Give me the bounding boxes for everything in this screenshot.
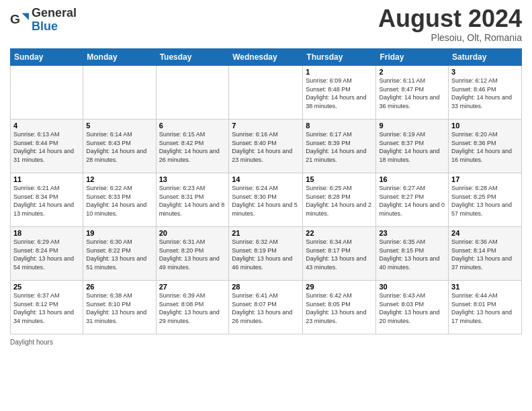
day-number: 19 <box>86 229 152 237</box>
day-info: Sunrise: 6:20 AM Sunset: 8:36 PM Dayligh… <box>451 130 519 164</box>
table-row: 16Sunrise: 6:27 AM Sunset: 8:27 PM Dayli… <box>376 173 449 227</box>
col-sunday: Sunday <box>11 49 83 66</box>
day-info: Sunrise: 6:41 AM Sunset: 8:07 PM Dayligh… <box>232 291 300 325</box>
title-block: August 2024 Plesoiu, Olt, Romania <box>378 7 522 43</box>
day-number: 9 <box>379 122 445 130</box>
table-row <box>156 66 229 120</box>
day-number: 22 <box>306 229 373 237</box>
day-info: Sunrise: 6:21 AM Sunset: 8:34 PM Dayligh… <box>13 184 80 218</box>
table-row: 26Sunrise: 6:38 AM Sunset: 8:10 PM Dayli… <box>83 281 156 334</box>
svg-text:G: G <box>10 12 20 26</box>
day-info: Sunrise: 6:16 AM Sunset: 8:40 PM Dayligh… <box>232 130 300 164</box>
day-number: 20 <box>159 229 226 237</box>
logo-text: General Blue <box>32 7 77 34</box>
page: G General Blue August 2024 Plesoiu, Olt,… <box>0 0 532 411</box>
day-number: 1 <box>306 68 373 76</box>
day-info: Sunrise: 6:15 AM Sunset: 8:42 PM Dayligh… <box>159 130 226 164</box>
day-info: Sunrise: 6:13 AM Sunset: 8:44 PM Dayligh… <box>13 130 80 164</box>
calendar-week-row: 18Sunrise: 6:29 AM Sunset: 8:24 PM Dayli… <box>11 227 522 281</box>
table-row <box>11 66 83 120</box>
logo-general: General <box>32 6 77 19</box>
day-number: 4 <box>13 122 80 130</box>
table-row: 1Sunrise: 6:09 AM Sunset: 8:48 PM Daylig… <box>303 66 376 120</box>
day-info: Sunrise: 6:23 AM Sunset: 8:31 PM Dayligh… <box>159 184 226 218</box>
day-info: Sunrise: 6:27 AM Sunset: 8:27 PM Dayligh… <box>379 184 445 218</box>
col-wednesday: Wednesday <box>229 49 303 66</box>
table-row: 27Sunrise: 6:39 AM Sunset: 8:08 PM Dayli… <box>156 281 229 334</box>
day-info: Sunrise: 6:17 AM Sunset: 8:39 PM Dayligh… <box>306 130 373 164</box>
table-row: 22Sunrise: 6:34 AM Sunset: 8:17 PM Dayli… <box>303 227 376 281</box>
table-row <box>229 66 303 120</box>
day-number: 23 <box>379 229 445 237</box>
day-info: Sunrise: 6:22 AM Sunset: 8:33 PM Dayligh… <box>86 184 152 218</box>
col-saturday: Saturday <box>449 49 522 66</box>
day-number: 26 <box>86 283 152 291</box>
day-info: Sunrise: 6:14 AM Sunset: 8:43 PM Dayligh… <box>86 130 152 164</box>
day-info: Sunrise: 6:12 AM Sunset: 8:46 PM Dayligh… <box>451 77 519 110</box>
header: G General Blue August 2024 Plesoiu, Olt,… <box>10 7 522 43</box>
day-number: 31 <box>451 283 519 291</box>
day-info: Sunrise: 6:32 AM Sunset: 8:19 PM Dayligh… <box>232 238 300 271</box>
col-friday: Friday <box>376 49 449 66</box>
day-number: 8 <box>306 122 373 130</box>
calendar-week-row: 25Sunrise: 6:37 AM Sunset: 8:12 PM Dayli… <box>11 281 522 334</box>
day-info: Sunrise: 6:43 AM Sunset: 8:03 PM Dayligh… <box>379 291 445 325</box>
table-row: 15Sunrise: 6:25 AM Sunset: 8:28 PM Dayli… <box>303 173 376 227</box>
table-row: 19Sunrise: 6:30 AM Sunset: 8:22 PM Dayli… <box>83 227 156 281</box>
table-row: 7Sunrise: 6:16 AM Sunset: 8:40 PM Daylig… <box>229 120 303 173</box>
day-number: 7 <box>232 122 300 130</box>
table-row: 12Sunrise: 6:22 AM Sunset: 8:33 PM Dayli… <box>83 173 156 227</box>
day-number: 30 <box>379 283 445 291</box>
day-info: Sunrise: 6:37 AM Sunset: 8:12 PM Dayligh… <box>13 291 80 325</box>
table-row: 31Sunrise: 6:44 AM Sunset: 8:01 PM Dayli… <box>449 281 522 334</box>
day-info: Sunrise: 6:36 AM Sunset: 8:14 PM Dayligh… <box>451 238 519 271</box>
table-row: 29Sunrise: 6:42 AM Sunset: 8:05 PM Dayli… <box>303 281 376 334</box>
col-thursday: Thursday <box>303 49 376 66</box>
day-number: 21 <box>232 229 300 237</box>
day-number: 11 <box>13 175 80 183</box>
table-row: 24Sunrise: 6:36 AM Sunset: 8:14 PM Dayli… <box>449 227 522 281</box>
daylight-label: Daylight hours <box>10 338 53 346</box>
calendar-week-row: 4Sunrise: 6:13 AM Sunset: 8:44 PM Daylig… <box>11 120 522 173</box>
logo: G General Blue <box>10 7 77 34</box>
day-number: 3 <box>451 68 519 76</box>
svg-marker-1 <box>22 13 30 20</box>
table-row: 10Sunrise: 6:20 AM Sunset: 8:36 PM Dayli… <box>449 120 522 173</box>
calendar-header-row: Sunday Monday Tuesday Wednesday Thursday… <box>11 49 522 66</box>
table-row: 6Sunrise: 6:15 AM Sunset: 8:42 PM Daylig… <box>156 120 229 173</box>
calendar-week-row: 11Sunrise: 6:21 AM Sunset: 8:34 PM Dayli… <box>11 173 522 227</box>
table-row: 23Sunrise: 6:35 AM Sunset: 8:15 PM Dayli… <box>376 227 449 281</box>
table-row: 14Sunrise: 6:24 AM Sunset: 8:30 PM Dayli… <box>229 173 303 227</box>
day-number: 18 <box>13 229 80 237</box>
day-number: 13 <box>159 175 226 183</box>
day-number: 6 <box>159 122 226 130</box>
table-row <box>83 66 156 120</box>
table-row: 2Sunrise: 6:11 AM Sunset: 8:47 PM Daylig… <box>376 66 449 120</box>
day-number: 16 <box>379 175 445 183</box>
table-row: 5Sunrise: 6:14 AM Sunset: 8:43 PM Daylig… <box>83 120 156 173</box>
table-row: 18Sunrise: 6:29 AM Sunset: 8:24 PM Dayli… <box>11 227 83 281</box>
day-number: 28 <box>232 283 300 291</box>
day-info: Sunrise: 6:44 AM Sunset: 8:01 PM Dayligh… <box>451 291 519 325</box>
table-row: 3Sunrise: 6:12 AM Sunset: 8:46 PM Daylig… <box>449 66 522 120</box>
day-info: Sunrise: 6:09 AM Sunset: 8:48 PM Dayligh… <box>306 77 373 110</box>
day-number: 24 <box>451 229 519 237</box>
day-info: Sunrise: 6:34 AM Sunset: 8:17 PM Dayligh… <box>306 238 373 271</box>
table-row: 11Sunrise: 6:21 AM Sunset: 8:34 PM Dayli… <box>11 173 83 227</box>
table-row: 9Sunrise: 6:19 AM Sunset: 8:37 PM Daylig… <box>376 120 449 173</box>
table-row: 8Sunrise: 6:17 AM Sunset: 8:39 PM Daylig… <box>303 120 376 173</box>
logo-blue: Blue <box>32 19 58 33</box>
day-info: Sunrise: 6:39 AM Sunset: 8:08 PM Dayligh… <box>159 291 226 325</box>
day-info: Sunrise: 6:24 AM Sunset: 8:30 PM Dayligh… <box>232 184 300 218</box>
day-number: 2 <box>379 68 445 76</box>
day-info: Sunrise: 6:19 AM Sunset: 8:37 PM Dayligh… <box>379 130 445 164</box>
table-row: 20Sunrise: 6:31 AM Sunset: 8:20 PM Dayli… <box>156 227 229 281</box>
col-tuesday: Tuesday <box>156 49 229 66</box>
day-info: Sunrise: 6:31 AM Sunset: 8:20 PM Dayligh… <box>159 238 226 271</box>
day-number: 27 <box>159 283 226 291</box>
month-year: August 2024 <box>378 7 522 31</box>
table-row: 13Sunrise: 6:23 AM Sunset: 8:31 PM Dayli… <box>156 173 229 227</box>
day-number: 10 <box>451 122 519 130</box>
footer: Daylight hours <box>10 338 522 346</box>
day-info: Sunrise: 6:25 AM Sunset: 8:28 PM Dayligh… <box>306 184 373 218</box>
